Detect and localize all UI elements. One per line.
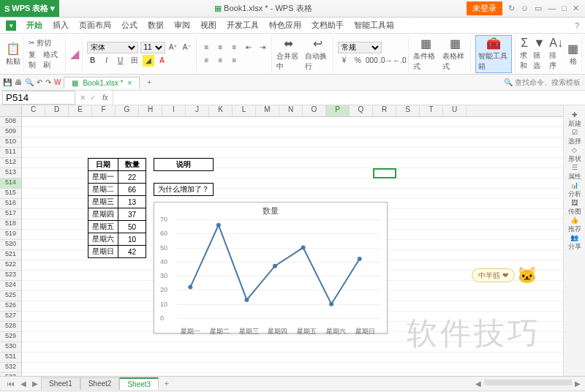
row-header[interactable]: 512	[0, 158, 22, 168]
close-icon[interactable]: ✕	[573, 4, 579, 13]
table-cell[interactable]: 星期一	[88, 171, 118, 184]
col-header[interactable]: R	[373, 105, 396, 116]
fn-cancel-icon[interactable]: ✕	[78, 94, 88, 102]
fill-color-button[interactable]: ◢	[143, 55, 154, 67]
col-header[interactable]: H	[139, 105, 162, 116]
name-box[interactable]	[2, 91, 75, 105]
side-item-6[interactable]: 👍推荐	[568, 216, 581, 234]
row-header[interactable]: 510	[0, 137, 22, 148]
increase-font-button[interactable]: A⁺	[167, 42, 179, 53]
side-item-1[interactable]: ☑选择	[568, 129, 581, 146]
sheet-tab[interactable]: Sheet2	[80, 377, 120, 390]
font-select[interactable]: 宋体	[87, 42, 138, 53]
grid[interactable]: CDEFGHIJKLMNOPQRSTU 50850951051151251351…	[0, 105, 563, 376]
file-menu-button[interactable]: ▾	[6, 20, 16, 31]
table-cell[interactable]	[146, 184, 154, 196]
row-header[interactable]: 524	[0, 281, 22, 291]
table-header[interactable]: 数量	[118, 159, 146, 171]
table-header[interactable]	[146, 159, 154, 171]
fn-accept-icon[interactable]: ✓	[88, 94, 98, 102]
row-header[interactable]: 508	[0, 117, 22, 127]
qa-print-icon[interactable]: 🖶	[15, 78, 22, 86]
row-header[interactable]: 511	[0, 148, 22, 158]
col-header[interactable]: F	[92, 105, 116, 116]
menu-tab-3[interactable]: 公式	[121, 20, 137, 31]
table-cell[interactable]: 50	[118, 221, 146, 233]
decrease-font-button[interactable]: A⁻	[181, 42, 193, 53]
login-button[interactable]: 未登录	[467, 1, 502, 15]
copy-button[interactable]: 复制	[29, 50, 41, 70]
ribbon-toggle-icon[interactable]: ▭	[535, 4, 542, 13]
sheet-tab[interactable]: Sheet1	[41, 377, 80, 390]
percent-button[interactable]: %	[352, 55, 363, 67]
row-header[interactable]: 521	[0, 250, 22, 260]
select-all-corner[interactable]	[0, 105, 22, 116]
doc-tab-close-icon[interactable]: ×	[127, 79, 132, 87]
col-header[interactable]: C	[22, 105, 45, 116]
fx-button[interactable]: fx	[98, 94, 113, 102]
col-header[interactable]: D	[45, 105, 69, 116]
col-header[interactable]: O	[303, 105, 326, 116]
table-cell[interactable]: 10	[118, 233, 146, 246]
table-cell[interactable]: 66	[118, 184, 146, 196]
comma-button[interactable]: 000	[366, 55, 377, 67]
menu-tab-9[interactable]: 文档助手	[312, 20, 344, 31]
col-header[interactable]: J	[186, 105, 209, 116]
row-header[interactable]: 531	[0, 353, 22, 363]
dec-inc-button[interactable]: .0→	[380, 55, 391, 67]
qa-save-icon[interactable]: 💾	[3, 78, 12, 86]
table-cell[interactable]	[146, 171, 154, 184]
table-header[interactable]: 说明	[154, 159, 214, 171]
table-style-button[interactable]: ▦表格样式	[442, 37, 467, 72]
table-cell[interactable]: 星期三	[88, 196, 118, 208]
side-item-0[interactable]: ✚新建	[568, 111, 581, 129]
sheet-tab[interactable]: Sheet3	[119, 377, 159, 390]
cut-label[interactable]: 剪切	[37, 38, 51, 48]
paste-button[interactable]: 📋粘贴	[6, 42, 20, 67]
row-header[interactable]: 517	[0, 209, 22, 219]
qa-wps-icon[interactable]: W	[54, 78, 61, 86]
help-icon[interactable]: ?	[575, 21, 579, 30]
sum-button[interactable]: Σ求和	[520, 37, 529, 71]
app-menu-drop-icon[interactable]: ▾	[50, 4, 55, 13]
col-header[interactable]: S	[396, 105, 420, 116]
row-header[interactable]: 527	[0, 312, 22, 322]
minimize-icon[interactable]: —	[548, 4, 556, 13]
add-sheet-button[interactable]: +	[159, 380, 175, 388]
side-item-3[interactable]: ☰属性	[568, 164, 581, 181]
row-header[interactable]: 523	[0, 271, 22, 281]
col-header[interactable]: U	[443, 105, 467, 116]
smart-toolbox-button[interactable]: 🧰智能工具箱	[475, 35, 512, 73]
col-header[interactable]: M	[256, 105, 279, 116]
side-item-7[interactable]: 👥分享	[568, 234, 581, 252]
col-header[interactable]: N	[279, 105, 303, 116]
row-header[interactable]: 529	[0, 332, 22, 342]
font-color-button[interactable]: A	[156, 55, 168, 67]
font-size-select[interactable]: 11	[140, 42, 165, 53]
row-header[interactable]: 515	[0, 189, 22, 199]
table-cell[interactable]: 为什么增加了？	[154, 184, 214, 196]
doc-tab[interactable]: ▦ Book1.xlsx * ×	[64, 77, 140, 88]
table-cell[interactable]: 星期日	[88, 246, 118, 258]
table-header[interactable]: 日期	[88, 159, 118, 171]
menu-tab-4[interactable]: 数据	[148, 20, 164, 31]
table-cell[interactable]: 星期二	[88, 184, 118, 196]
border-button[interactable]: 田	[129, 55, 140, 67]
menu-tab-1[interactable]: 插入	[53, 20, 69, 31]
row-header[interactable]: 533	[0, 373, 22, 376]
align-right-button[interactable]: ≡	[229, 55, 241, 67]
table-cell[interactable]	[146, 196, 154, 208]
table-cell[interactable]	[146, 221, 154, 233]
table-cell[interactable]: 22	[118, 171, 146, 184]
menu-tab-7[interactable]: 开发工具	[227, 20, 259, 31]
indent-dec-button[interactable]: ⇤	[243, 42, 254, 53]
row-header[interactable]: 509	[0, 127, 22, 137]
row-header[interactable]: 525	[0, 291, 22, 301]
row-header[interactable]: 514	[0, 178, 22, 189]
table-cell[interactable]	[146, 233, 154, 246]
qa-preview-icon[interactable]: 🔍	[25, 78, 34, 86]
align-left-button[interactable]: ≡	[201, 55, 213, 67]
side-item-4[interactable]: 📊分析	[568, 181, 581, 199]
sheet-nav-prev-icon[interactable]: ◀	[18, 380, 29, 388]
table-cell[interactable]: 星期四	[88, 208, 118, 221]
